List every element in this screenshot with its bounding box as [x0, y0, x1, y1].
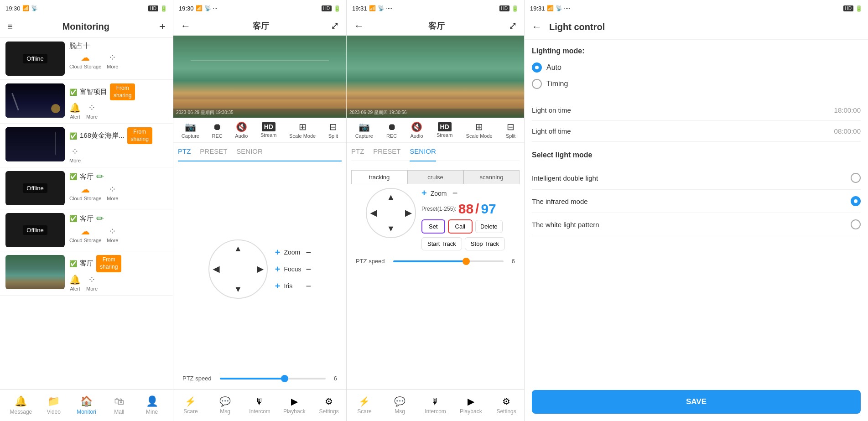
radio-timing[interactable]: Timing	[532, 79, 861, 89]
focus-plus[interactable]: +	[275, 264, 281, 275]
settings-label-2: Settings	[496, 408, 516, 415]
call-button[interactable]: Call	[448, 219, 473, 234]
focus-minus[interactable]: −	[306, 264, 312, 275]
more-action[interactable]: ⁘ More	[107, 226, 118, 243]
nav-intercom-2[interactable]: 🎙 Intercom	[418, 396, 453, 415]
scare-label-2: Scare	[357, 408, 371, 415]
ptz-up-button[interactable]: ▲	[234, 244, 242, 254]
iris-minus[interactable]: −	[306, 281, 312, 291]
stream-button-2[interactable]: HD Stream	[437, 122, 452, 138]
save-button[interactable]: SAVE	[532, 390, 861, 414]
speed-thumb	[281, 375, 288, 382]
cloud-storage-action[interactable]: ☁ Cloud Storage	[69, 226, 101, 243]
camera-actions: ☁ Cloud Storage ⁘ More	[69, 52, 167, 69]
expand-button-1[interactable]: ⤢	[331, 20, 339, 32]
list-item[interactable]: ✅ 富智项目 Fromsharing 🔔 Alert ⁘ More	[0, 80, 173, 124]
rec-button-2[interactable]: ⏺ REC	[386, 122, 397, 139]
alert-action[interactable]: 🔔 Alert	[69, 102, 81, 120]
back-button-1[interactable]: ←	[181, 20, 191, 32]
nav-monitor[interactable]: 🏠 Monitori	[70, 395, 103, 415]
speed-slider-1[interactable]	[220, 378, 326, 379]
more-action[interactable]: ⁘ More	[86, 274, 98, 291]
menu-icon[interactable]: ≡	[7, 21, 13, 32]
edit-icon[interactable]: ✏	[96, 171, 104, 182]
back-button-light[interactable]: ←	[532, 21, 542, 33]
more-action[interactable]: ⁘ More	[107, 184, 118, 201]
nav-scare-1[interactable]: ⚡ Scare	[173, 396, 208, 415]
tab-senior-2[interactable]: SENIOR	[410, 147, 436, 161]
ptz-right-button[interactable]: ▶	[257, 264, 263, 274]
delete-button[interactable]: Delete	[475, 220, 503, 233]
list-item[interactable]: Offline ✅ 客厅 ✏ ☁ Cloud Storage ⁘ More	[0, 167, 173, 209]
ptz-up-button-2[interactable]: ▲	[387, 192, 395, 202]
nav-msg-1[interactable]: 💬 Msg	[208, 396, 243, 415]
split-button[interactable]: ⊟ Split	[328, 121, 338, 139]
tab-ptz[interactable]: PTZ	[178, 147, 191, 161]
split-button-2[interactable]: ⊟ Split	[506, 121, 515, 139]
zoom-minus-2[interactable]: −	[452, 188, 458, 198]
list-item[interactable]: Offline 脱占十 ☁ Cloud Storage ⁘ More	[0, 38, 173, 80]
back-button-2[interactable]: ←	[354, 20, 364, 32]
edit-icon[interactable]: ✏	[96, 213, 104, 224]
nav-msg-2[interactable]: 💬 Msg	[382, 396, 418, 415]
more-action[interactable]: ⁘ More	[107, 52, 118, 69]
nav-scare-2[interactable]: ⚡ Scare	[347, 396, 382, 415]
alert-action[interactable]: 🔔 Alert	[69, 274, 81, 291]
speed-slider-2[interactable]	[393, 260, 504, 262]
tab-preset-2[interactable]: PRESET	[373, 147, 400, 157]
nav-playback-2[interactable]: ▶ Playback	[453, 396, 489, 415]
nav-video[interactable]: 📁 Video	[37, 395, 70, 415]
ptz-down-button[interactable]: ▼	[234, 285, 242, 294]
list-item[interactable]: ✅ 168黄金海岸... Fromsharing ⁘ More	[0, 124, 173, 167]
nav-settings-1[interactable]: ⚙ Settings	[312, 396, 346, 415]
tab-ptz-2[interactable]: PTZ	[351, 147, 364, 157]
start-track-button[interactable]: Start Track	[421, 237, 462, 250]
audio-button[interactable]: 🔇 Audio	[235, 121, 248, 139]
radio-auto[interactable]: Auto	[532, 62, 861, 73]
ptz-left-button[interactable]: ◀	[213, 264, 219, 274]
option-infrared[interactable]: The infrared mode	[532, 190, 861, 213]
tab-cruise[interactable]: cruise	[407, 170, 463, 184]
option-white-light[interactable]: The white light pattern	[532, 213, 861, 236]
select-light-mode-section: Select light mode Intelligent double lig…	[532, 151, 861, 236]
cloud-storage-action[interactable]: ☁ Cloud Storage	[69, 52, 101, 69]
camera-name-row: ✅ 客厅 Fromsharing	[69, 255, 167, 272]
stop-track-button[interactable]: Stop Track	[465, 237, 505, 250]
nav-intercom-1[interactable]: 🎙 Intercom	[243, 396, 277, 415]
tab-tracking[interactable]: tracking	[351, 170, 407, 184]
stream-button[interactable]: HD Stream	[260, 122, 276, 138]
ptz-right-button-2[interactable]: ▶	[405, 208, 411, 218]
expand-button-2[interactable]: ⤢	[509, 20, 517, 32]
scale-button-2[interactable]: ⊞ Scale Mode	[466, 121, 493, 139]
tab-scanning[interactable]: scanning	[463, 170, 520, 184]
nav-mall[interactable]: 🛍 Mall	[103, 395, 135, 415]
iris-plus[interactable]: +	[275, 281, 281, 291]
nav-settings-2[interactable]: ⚙ Settings	[489, 396, 524, 415]
ptz-down-button-2[interactable]: ▼	[387, 224, 395, 234]
ptz-left-button-2[interactable]: ◀	[370, 208, 377, 218]
more-action[interactable]: ⁘ More	[69, 146, 81, 163]
list-item[interactable]: ✅ 客厅 Fromsharing 🔔 Alert ⁘ More	[0, 251, 173, 295]
more-action[interactable]: ⁘ More	[86, 102, 98, 120]
zoom-plus[interactable]: +	[275, 247, 281, 258]
audio-button-2[interactable]: 🔇 Audio	[411, 121, 423, 139]
tab-preset[interactable]: PRESET	[200, 147, 227, 157]
tab-senior[interactable]: SENIOR	[236, 147, 263, 157]
camera-name: 客厅	[80, 214, 94, 223]
nav-message[interactable]: 🔔 Message	[5, 395, 37, 415]
rec-button[interactable]: ⏺ REC	[212, 122, 223, 139]
set-button[interactable]: Set	[421, 219, 445, 234]
zoom-plus-2[interactable]: +	[421, 188, 427, 198]
cloud-storage-action[interactable]: ☁ Cloud Storage	[69, 184, 101, 201]
capture-button[interactable]: 📷 Capture	[182, 121, 199, 139]
battery-2: 🔋	[333, 5, 341, 12]
list-item[interactable]: Offline ✅ 客厅 ✏ ☁ Cloud Storage ⁘ More	[0, 209, 173, 251]
zoom-minus[interactable]: −	[306, 247, 312, 258]
capture-button-2[interactable]: 📷 Capture	[355, 121, 373, 139]
camera-header-1: ← 客厅 ⤢	[173, 16, 346, 36]
add-button[interactable]: +	[159, 20, 166, 33]
nav-mine[interactable]: 👤 Mine	[135, 395, 168, 415]
nav-playback-1[interactable]: ▶ Playback	[277, 396, 312, 415]
option-intelligent[interactable]: Intelligent double light	[532, 166, 861, 190]
scale-button[interactable]: ⊞ Scale Mode	[289, 121, 316, 139]
